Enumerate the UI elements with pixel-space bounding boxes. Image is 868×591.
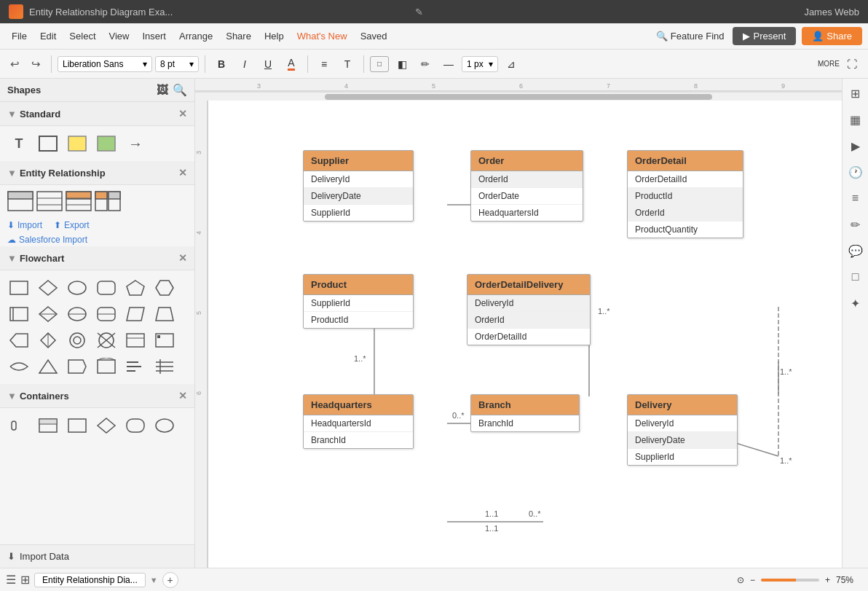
- entity-delivery[interactable]: Delivery DeliveryId DeliveryDate Supplie…: [627, 394, 738, 466]
- entity-branch[interactable]: Branch BranchId: [470, 394, 580, 432]
- zoom-slider-container[interactable]: [761, 579, 819, 582]
- entity-branch-row-1[interactable]: BranchId: [471, 415, 579, 431]
- ct-ellipse[interactable]: [151, 414, 178, 437]
- export-button[interactable]: ⬆ Export: [54, 220, 90, 230]
- entity-product-row-2[interactable]: ProductId: [304, 312, 413, 328]
- standard-section-header[interactable]: ▼ Standard ✕: [0, 102, 194, 126]
- canvas-scrollbar[interactable]: [195, 92, 842, 101]
- entity-odd-row-1[interactable]: DeliveryId: [467, 295, 590, 312]
- fc-flow1[interactable]: [6, 329, 32, 352]
- fc-trapezoid[interactable]: [151, 302, 178, 326]
- er-shape-4[interactable]: [95, 189, 121, 213]
- bold-button[interactable]: B: [211, 54, 232, 74]
- flowchart-close-icon[interactable]: ✕: [178, 252, 187, 264]
- menu-share[interactable]: Share: [220, 28, 257, 44]
- import-data-button[interactable]: ⬇ Import Data: [0, 544, 194, 568]
- grid-view-icon[interactable]: ⊞: [20, 573, 30, 587]
- fc-flow6[interactable]: [151, 329, 178, 352]
- fc-roundrect2[interactable]: [93, 302, 119, 326]
- entity-order-row-3[interactable]: HeadquartersId: [471, 205, 583, 221]
- chat-panel-icon[interactable]: 💬: [845, 240, 866, 261]
- menu-help[interactable]: Help: [259, 28, 290, 44]
- format-panel-icon[interactable]: ⊞: [845, 83, 866, 103]
- fullscreen-button[interactable]: ⛶: [842, 54, 862, 74]
- fc-oval[interactable]: [64, 276, 90, 300]
- sticky-shape[interactable]: [64, 132, 90, 155]
- ct-roundrect2[interactable]: [122, 414, 149, 437]
- table-panel-icon[interactable]: ▦: [845, 109, 866, 130]
- fc-flow10[interactable]: [93, 355, 119, 378]
- zoom-slider[interactable]: [761, 579, 819, 582]
- fc-diamond[interactable]: [35, 276, 61, 300]
- video-panel-icon[interactable]: ▶: [845, 136, 866, 156]
- zoom-in-button[interactable]: +: [825, 575, 830, 585]
- ct-rect2[interactable]: [64, 414, 90, 437]
- present-button[interactable]: ▶ Present: [733, 27, 796, 45]
- underline-button[interactable]: U: [258, 54, 278, 74]
- entity-product[interactable]: Product SupplierId ProductId: [303, 274, 414, 329]
- edit-panel-icon[interactable]: ✏: [845, 214, 866, 235]
- share-button[interactable]: 👤 Share: [802, 27, 862, 45]
- entity-order-detail-row-1[interactable]: OrderDetailId: [628, 171, 743, 188]
- entity-order-detail-delivery[interactable]: OrderDetailDelivery DeliveryId OrderId O…: [467, 274, 591, 345]
- fc-oval2[interactable]: [64, 302, 90, 326]
- clock-panel-icon[interactable]: 🕐: [845, 162, 866, 182]
- entity-supplier-row-1[interactable]: DeliveryId: [304, 171, 413, 188]
- fc-pentagon[interactable]: [122, 276, 149, 300]
- er-shape-1[interactable]: [7, 189, 33, 213]
- text-align-button[interactable]: T: [337, 54, 358, 74]
- font-family-select[interactable]: Liberation Sans ▾: [58, 56, 152, 72]
- rect-shape[interactable]: [35, 132, 61, 155]
- fc-flow9[interactable]: [64, 355, 90, 378]
- fill-color-button[interactable]: ◧: [392, 54, 412, 74]
- edit-title-icon[interactable]: ✎: [415, 7, 423, 17]
- entity-order-row-1[interactable]: OrderId: [471, 171, 583, 188]
- menu-arrange[interactable]: Arrange: [173, 28, 218, 44]
- colored-rect-shape[interactable]: [93, 132, 119, 155]
- ct-rect-label[interactable]: [35, 414, 61, 437]
- fc-hexagon[interactable]: [151, 276, 178, 300]
- fc-flow8[interactable]: [35, 355, 61, 378]
- entity-delivery-row-2[interactable]: DeliveryDate: [628, 432, 737, 449]
- menu-whats-new[interactable]: What's New: [291, 28, 353, 44]
- page-tab[interactable]: Entity Relationship Dia...: [34, 573, 146, 587]
- align-button[interactable]: ≡: [314, 54, 334, 74]
- fc-lines[interactable]: [122, 355, 149, 378]
- image-icon[interactable]: 🖼: [157, 84, 168, 97]
- entity-supplier[interactable]: Supplier DeliveryId DeliveryDate Supplie…: [303, 150, 414, 222]
- search-icon[interactable]: 🔍: [173, 83, 187, 97]
- fc-list[interactable]: [151, 355, 178, 378]
- scrollbar-thumb[interactable]: [325, 94, 713, 100]
- box-panel-icon[interactable]: □: [845, 267, 866, 287]
- zoom-level[interactable]: 75%: [836, 575, 862, 585]
- menu-view[interactable]: View: [103, 28, 135, 44]
- fit-page-icon[interactable]: ⊙: [737, 575, 744, 585]
- er-shape-3[interactable]: [66, 189, 92, 213]
- entity-delivery-row-1[interactable]: DeliveryId: [628, 415, 737, 432]
- waypoint-button[interactable]: ⊿: [501, 54, 521, 74]
- fc-roundrect[interactable]: [93, 276, 119, 300]
- entity-order-detail-row-3[interactable]: OrderId: [628, 205, 743, 222]
- entity-product-row-1[interactable]: SupplierId: [304, 295, 413, 312]
- tools-panel-icon[interactable]: ✦: [845, 293, 866, 313]
- import-button[interactable]: ⬇ Import: [7, 220, 42, 230]
- menu-select[interactable]: Select: [63, 28, 101, 44]
- menu-edit[interactable]: Edit: [34, 28, 62, 44]
- redo-button[interactable]: ↪: [27, 55, 45, 74]
- flowchart-section-header[interactable]: ▼ Flowchart ✕: [0, 246, 194, 270]
- fc-parallelogram[interactable]: [122, 302, 149, 326]
- add-page-button[interactable]: +: [162, 572, 178, 588]
- entity-headquarters[interactable]: Headquarters HeadquartersId BranchId: [303, 394, 414, 449]
- entity-order[interactable]: Order OrderId OrderDate HeadquartersId: [470, 150, 583, 222]
- text-shape[interactable]: T: [6, 132, 32, 155]
- er-close-icon[interactable]: ✕: [178, 167, 187, 179]
- er-shape-2[interactable]: [36, 189, 63, 213]
- list-view-icon[interactable]: ☰: [6, 573, 16, 587]
- zoom-out-button[interactable]: −: [750, 575, 755, 585]
- entity-supplier-row-2[interactable]: DeliveryDate: [304, 188, 413, 205]
- containers-close-icon[interactable]: ✕: [178, 390, 187, 402]
- fc-flow3[interactable]: [64, 329, 90, 352]
- entity-delivery-row-3[interactable]: SupplierId: [628, 449, 737, 465]
- entity-relationship-section-header[interactable]: ▼ Entity Relationship ✕: [0, 161, 194, 185]
- fc-rect[interactable]: [6, 276, 32, 300]
